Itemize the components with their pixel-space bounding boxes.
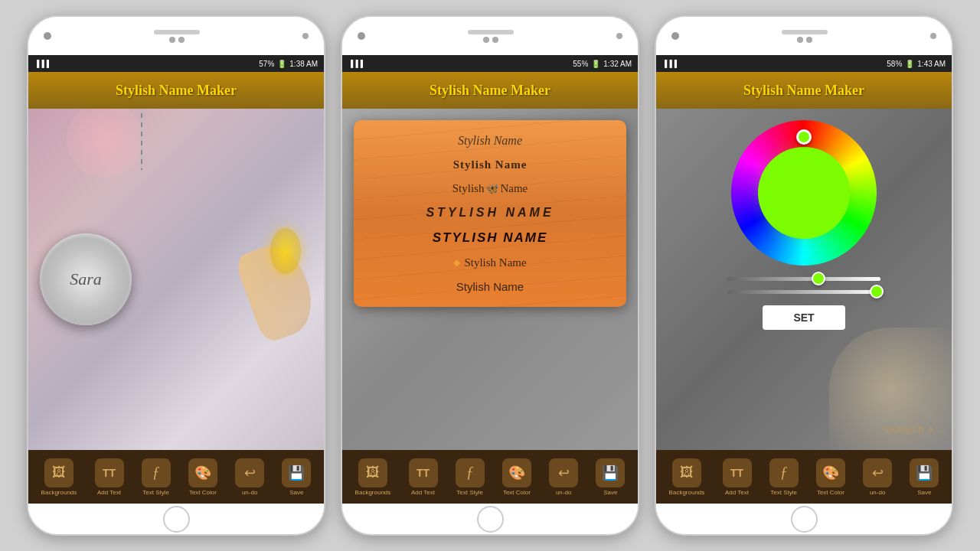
phone-1-toolbar-textstyle[interactable]: ƒ Text Style <box>142 458 171 496</box>
phone-2-app-header: Stylish Name Maker <box>342 72 638 109</box>
phone-1-crystal-deco <box>270 228 301 274</box>
font-option-4[interactable]: STYLISH NAME <box>365 206 615 220</box>
p2-textstyle-icon: ƒ <box>456 458 485 487</box>
p2-undo-icon: ↩ <box>549 458 578 487</box>
phone-2-top <box>342 17 638 55</box>
phone-3-battery-icon: 🔋 <box>905 60 914 68</box>
phone-2-toolbar-addtext[interactable]: TT Add Text <box>409 458 438 496</box>
font-option-6[interactable]: ◆ Stylish Name <box>365 256 615 269</box>
save-icon: 💾 <box>282 458 311 487</box>
phone-3-toolbar-textstyle[interactable]: ƒ Text Style <box>769 458 799 496</box>
phone-1-toolbar: 🖼 Backgrounds TT Add Text ƒ Text Style 🎨… <box>28 450 324 504</box>
phone-1-toolbar-textcolor[interactable]: 🎨 Text Color <box>188 458 217 496</box>
phone-2-home-button[interactable] <box>477 506 504 533</box>
phone-1-bottom <box>28 504 324 534</box>
textcolor-icon: 🎨 <box>188 458 217 487</box>
addtext-label: Add Text <box>97 489 121 496</box>
undo-label: un-do <box>242 489 257 496</box>
phone-3-content: SARMAD A... <box>656 109 952 450</box>
addtext-icon: TT <box>95 458 124 487</box>
phone-2-dot-2 <box>492 37 498 43</box>
p3-textstyle-icon: ƒ <box>769 458 799 487</box>
font-option-3[interactable]: Stylish 🦋 Name <box>365 182 615 195</box>
phone-3-camera <box>671 32 679 40</box>
phone-1-toolbar-save[interactable]: 💾 Save <box>282 458 311 496</box>
phone-2-toolbar-textstyle[interactable]: ƒ Text Style <box>456 458 485 496</box>
p3-addtext-label: Add Text <box>725 489 749 496</box>
phone-2-speaker <box>468 30 514 34</box>
p3-undo-label: un-do <box>870 489 885 496</box>
phone-2-toolbar: 🖼 Backgrounds TT Add Text ƒ Text Style 🎨… <box>342 450 638 504</box>
phone-1-time: 1:38 AM <box>289 60 318 68</box>
p2-textcolor-icon: 🎨 <box>502 458 531 487</box>
font-option-2[interactable]: Stylish Name <box>365 158 615 171</box>
color-center <box>758 147 850 239</box>
p3-backgrounds-label: Backgrounds <box>669 489 705 496</box>
phone-2-dot-1 <box>483 37 489 43</box>
phone-3-status-bar: ▐▐▐ 58% 🔋 1:43 AM <box>656 55 952 72</box>
phone-1-home-button[interactable] <box>163 506 190 533</box>
font-option-5[interactable]: STYLISH NAME <box>365 230 615 246</box>
phone-2-wood-panel: Stylish Name Stylish Name Stylish 🦋 Name… <box>354 120 626 307</box>
phone-3-speaker <box>782 30 828 34</box>
phone-1-top <box>28 17 324 55</box>
font-option-7[interactable]: Stylish Name <box>365 280 615 293</box>
p2-textcolor-label: Text Color <box>503 489 531 496</box>
phone-1-dot-1 <box>169 37 175 43</box>
phone-3-dot-1 <box>797 37 803 43</box>
phone-2-toolbar-textcolor[interactable]: 🎨 Text Color <box>502 458 531 496</box>
textcolor-label: Text Color <box>189 489 217 496</box>
phone-3-dot-2 <box>806 37 812 43</box>
font-option-1[interactable]: Stylish Name <box>365 134 615 148</box>
phone-2-battery: 55% <box>573 60 588 68</box>
color-wheel-indicator[interactable] <box>796 129 812 145</box>
phone-2-status-bar: ▐▐▐ 55% 🔋 1:32 AM <box>342 55 638 72</box>
phone-1-toolbar-backgrounds[interactable]: 🖼 Backgrounds <box>41 458 77 496</box>
phone-1-jewelry-bg: Sara <box>28 109 324 450</box>
textstyle-icon: ƒ <box>142 458 171 487</box>
phone-1-battery-icon: 🔋 <box>277 60 286 68</box>
phone-3-home-button[interactable] <box>791 506 818 533</box>
phone-3-toolbar-addtext[interactable]: TT Add Text <box>723 458 752 496</box>
slider-track-1[interactable] <box>727 277 880 281</box>
set-color-button[interactable]: SET <box>763 305 844 330</box>
phone-1-toolbar-addtext[interactable]: TT Add Text <box>95 458 124 496</box>
phone-2-toolbar-save[interactable]: 💾 Save <box>596 458 625 496</box>
phone-3-toolbar-save[interactable]: 💾 Save <box>910 458 939 496</box>
phone-3-time: 1:43 AM <box>917 60 946 68</box>
phone-3-top <box>656 17 952 55</box>
phone-1-chain <box>141 109 142 170</box>
phone-3-toolbar-backgrounds[interactable]: 🖼 Backgrounds <box>669 458 705 496</box>
phone-1-camera <box>44 32 51 40</box>
phone-2-app-title: Stylish Name Maker <box>430 83 550 99</box>
sliders-container <box>727 277 880 294</box>
slider-thumb-1[interactable] <box>812 272 825 285</box>
app-container: ▐▐▐ 57% 🔋 1:38 AM Stylish Name Maker <box>0 0 980 551</box>
phone-3-battery: 58% <box>887 60 902 68</box>
phone-1-signal: ▐▐▐ <box>34 60 49 67</box>
phone-2-toolbar-undo[interactable]: ↩ un-do <box>549 458 578 496</box>
phone-3: ▐▐▐ 58% 🔋 1:43 AM Stylish Name Maker SAR… <box>655 15 953 536</box>
p2-save-label: Save <box>603 489 617 496</box>
phone-2-screen: ▐▐▐ 55% 🔋 1:32 AM Stylish Name Maker Sty… <box>342 55 638 504</box>
p2-addtext-icon: TT <box>409 458 438 487</box>
phone-1-screen: ▐▐▐ 57% 🔋 1:38 AM Stylish Name Maker <box>28 55 324 504</box>
phone-3-sarmad-text: SARMAD A... <box>884 425 944 435</box>
slider-thumb-2[interactable] <box>870 285 884 298</box>
phone-3-signal: ▐▐▐ <box>662 60 677 67</box>
textstyle-label: Text Style <box>142 489 169 496</box>
color-wheel-container: SET <box>720 120 888 330</box>
slider-track-2[interactable] <box>727 290 880 294</box>
phone-1-speaker <box>154 30 200 34</box>
phone-2-toolbar-backgrounds[interactable]: 🖼 Backgrounds <box>355 458 391 496</box>
phone-1-battery: 57% <box>259 60 274 68</box>
phone-3-screen: ▐▐▐ 58% 🔋 1:43 AM Stylish Name Maker SAR… <box>656 55 952 504</box>
phone-1-content: Sara <box>28 109 324 450</box>
phone-3-toolbar-undo[interactable]: ↩ un-do <box>863 458 892 496</box>
phone-1-toolbar-undo[interactable]: ↩ un-do <box>235 458 264 496</box>
color-wheel[interactable] <box>731 120 877 266</box>
phone-3-toolbar-textcolor[interactable]: 🎨 Text Color <box>816 458 845 496</box>
p2-addtext-label: Add Text <box>411 489 435 496</box>
save-label: Save <box>289 489 303 496</box>
phone-2-battery-icon: 🔋 <box>591 60 600 68</box>
